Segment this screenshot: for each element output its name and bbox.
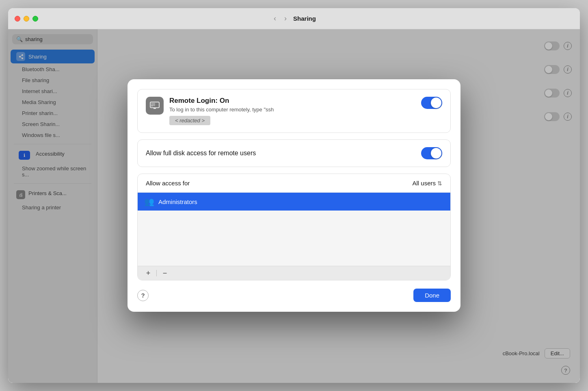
access-list-body: 👥 Administrators bbox=[138, 193, 450, 266]
svg-text:>_: >_ bbox=[151, 104, 155, 108]
remote-login-subtitle: To log in to this computer remotely, typ… bbox=[169, 106, 274, 113]
allow-access-label: Allow access for bbox=[146, 180, 190, 187]
traffic-lights bbox=[15, 16, 38, 22]
remote-login-title: Remote Login: On bbox=[169, 97, 274, 105]
add-user-button[interactable]: + bbox=[143, 269, 154, 278]
main-window: ‹ › Sharing 🔍 bbox=[8, 8, 580, 383]
access-select-dropdown[interactable]: All users ⇅ bbox=[412, 180, 442, 187]
window-title: Sharing bbox=[293, 15, 316, 22]
titlebar: ‹ › Sharing bbox=[8, 8, 580, 29]
done-button[interactable]: Done bbox=[413, 289, 451, 302]
titlebar-center: ‹ › Sharing bbox=[272, 13, 316, 24]
disk-access-toggle[interactable] bbox=[421, 147, 442, 159]
remove-user-button[interactable]: − bbox=[159, 269, 171, 278]
back-button[interactable]: ‹ bbox=[272, 13, 278, 24]
disk-access-label: Allow full disk access for remote users bbox=[146, 150, 256, 157]
list-footer: + − bbox=[138, 266, 450, 280]
close-button[interactable] bbox=[15, 16, 20, 22]
maximize-button[interactable] bbox=[32, 16, 38, 22]
administrators-label: Administrators bbox=[158, 198, 197, 205]
redacted-bar: < redacted > bbox=[169, 116, 210, 125]
remote-login-toggle[interactable] bbox=[421, 97, 442, 109]
remote-login-text: Remote Login: On To log in to this compu… bbox=[169, 97, 274, 125]
remote-login-card-header: >_ Remote Login: On To log in to this co… bbox=[146, 97, 442, 125]
remote-login-icon: >_ bbox=[146, 97, 164, 115]
modal-footer: ? Done bbox=[137, 289, 451, 302]
access-list-header: Allow access for All users ⇅ bbox=[138, 174, 450, 193]
stepper-icon: ⇅ bbox=[437, 180, 442, 187]
minimize-button[interactable] bbox=[24, 16, 29, 22]
remote-login-card-left: >_ Remote Login: On To log in to this co… bbox=[146, 97, 274, 125]
modal-help-button[interactable]: ? bbox=[137, 290, 149, 301]
access-select-value: All users bbox=[412, 180, 436, 187]
list-footer-divider bbox=[156, 270, 157, 276]
forward-button[interactable]: › bbox=[283, 13, 288, 24]
remote-login-card: >_ Remote Login: On To log in to this co… bbox=[137, 89, 451, 133]
access-list-card: Allow access for All users ⇅ 👥 Administr… bbox=[137, 174, 451, 280]
disk-access-card: Allow full disk access for remote users bbox=[137, 139, 451, 167]
modal-dialog: >_ Remote Login: On To log in to this co… bbox=[128, 79, 460, 312]
group-icon: 👥 bbox=[144, 197, 154, 206]
list-item-administrators[interactable]: 👥 Administrators bbox=[138, 193, 450, 211]
